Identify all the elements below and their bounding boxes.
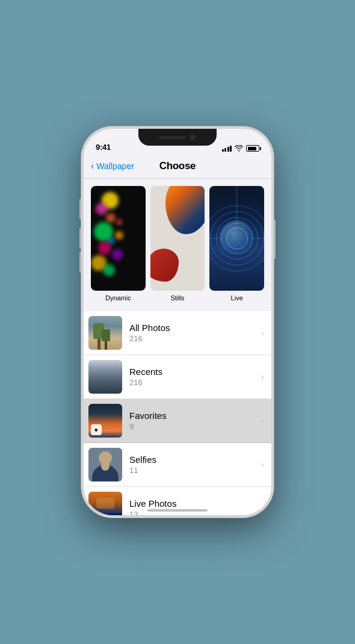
wallpaper-category-live[interactable]: Live [209,186,264,302]
list-item-all-photos[interactable]: All Photos 216 › [84,311,271,355]
favorites-chevron-icon: › [261,416,264,426]
recents-count: 216 [129,378,261,387]
phone-frame: 9:41 ‹ [81,126,274,518]
live-photos-chevron-icon: › [261,504,264,513]
heart-icon: ♥ [91,424,102,435]
recents-text: Recents 216 [129,367,261,387]
selfies-title: Selfies [129,454,261,465]
selfies-text: Selfies 11 [129,454,261,475]
favorites-count: 9 [129,422,261,431]
stills-label: Stills [170,294,184,302]
live-photos-thumbnail [88,492,122,515]
list-item-selfies[interactable]: Selfies 11 › [84,443,271,487]
favorites-text: Favorites 9 [129,410,261,431]
speaker [159,136,186,139]
dynamic-label: Dynamic [105,294,131,302]
wallpaper-category-dynamic[interactable]: Dynamic [91,186,146,302]
list-item-favorites[interactable]: ♥ Favorites 9 › [84,399,271,443]
battery-icon [246,145,259,152]
live-photos-text: Live Photos 13 [129,498,261,515]
all-photos-thumbnail [88,316,122,350]
notch [138,129,217,146]
phone-screen: 9:41 ‹ [84,129,271,515]
live-thumbnail [209,186,264,291]
back-button[interactable]: ‹ Wallpaper [91,161,134,171]
live-label: Live [231,294,243,302]
wifi-icon [235,145,243,152]
back-label: Wallpaper [96,161,134,171]
selfies-count: 11 [129,466,261,475]
all-photos-chevron-icon: › [261,328,264,338]
favorites-title: Favorites [129,410,261,421]
selfies-thumbnail [88,448,122,481]
recents-thumbnail [88,360,122,394]
dynamic-thumbnail [91,186,146,291]
selfies-chevron-icon: › [261,460,264,469]
favorites-thumbnail: ♥ [88,404,122,438]
camera [190,134,196,140]
back-chevron-icon: ‹ [91,161,94,171]
page-title: Choose [159,160,196,172]
all-photos-count: 216 [129,334,261,343]
all-photos-text: All Photos 216 [129,323,261,343]
status-time: 9:41 [96,143,111,152]
photo-list: All Photos 216 › Recents 216 › [84,311,271,515]
nav-header: ‹ Wallpaper Choose [84,155,271,179]
signal-icon [222,146,232,152]
wallpaper-grid: Dynamic Stills [84,179,271,306]
status-icons [222,145,260,152]
stills-thumbnail [150,186,205,291]
wallpaper-category-stills[interactable]: Stills [150,186,205,302]
all-photos-title: All Photos [129,323,261,333]
live-photos-title: Live Photos [129,498,261,509]
list-item-recents[interactable]: Recents 216 › [84,355,271,399]
recents-chevron-icon: › [261,372,264,382]
home-indicator[interactable] [147,509,208,512]
screen-content: ‹ Wallpaper Choose [84,155,271,515]
recents-title: Recents [129,367,261,377]
